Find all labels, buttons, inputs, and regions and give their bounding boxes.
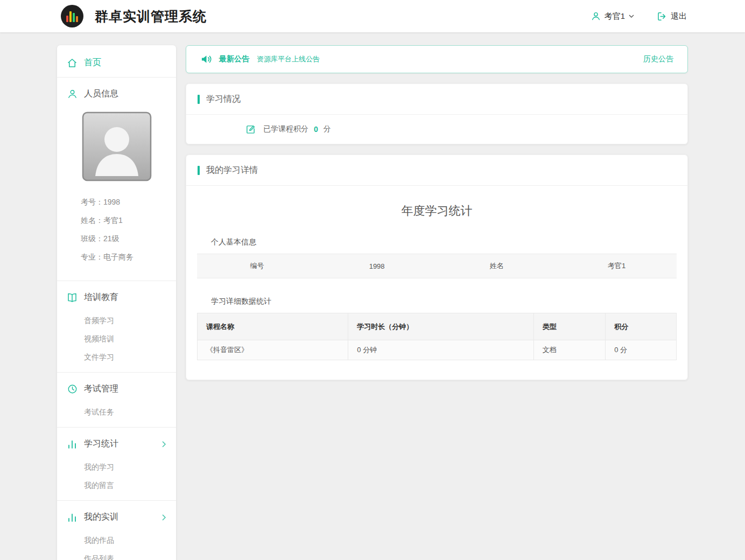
username-label: 考官1: [605, 11, 625, 22]
sidebar-item-works-list[interactable]: 作品列表: [57, 550, 176, 560]
column-header-credit: 积分: [606, 313, 677, 340]
sidebar-item-home[interactable]: 首页: [57, 48, 176, 77]
sidebar-item-label: 首页: [84, 57, 101, 68]
cell-course-name: 《抖音雷区》: [198, 340, 348, 360]
cell-credit: 0 分: [606, 340, 677, 360]
history-announcements-link[interactable]: 历史公告: [643, 54, 673, 64]
speaker-icon: [200, 54, 213, 65]
main-content: 最新公告 资源库平台上线公告 历史公告 学习情况 已学课程积分 0 分: [186, 45, 688, 560]
study-detail-card: 我的学习详情 年度学习统计 个人基本信息 编号 1998 姓名 考官1 学习详细…: [186, 155, 688, 380]
title-marker: [198, 95, 200, 104]
info-name-label: 姓名: [437, 261, 557, 271]
annual-stats-title: 年度学习统计: [197, 203, 677, 219]
profile-name: 姓名：考官1: [81, 212, 166, 230]
table-header-row: 课程名称 学习时长（分钟） 类型 积分: [198, 313, 677, 340]
sidebar-item-training[interactable]: 培训教育: [57, 283, 176, 312]
credit-label: 已学课程积分: [263, 124, 308, 134]
person-icon: [67, 89, 78, 100]
home-icon: [67, 58, 78, 68]
study-detail-title: 我的学习详情: [206, 165, 258, 176]
user-icon: [591, 11, 601, 21]
cell-type: 文档: [533, 340, 606, 360]
sidebar-item-exam-management[interactable]: 考试管理: [57, 375, 176, 403]
study-status-title: 学习情况: [206, 94, 241, 105]
profile-info: 考号：1998 姓名：考官1 班级：21级 专业：电子商务: [57, 189, 176, 275]
sidebar-item-study-stats[interactable]: 学习统计: [57, 430, 176, 458]
latest-announcement-label: 最新公告: [219, 54, 249, 64]
bar-chart-icon: [67, 439, 78, 450]
profile-exam-no: 考号：1998: [81, 193, 166, 212]
sidebar-item-my-study[interactable]: 我的学习: [57, 458, 176, 477]
profile-class: 班级：21级: [81, 230, 166, 248]
sidebar-item-my-works[interactable]: 我的作品: [57, 531, 176, 550]
user-menu[interactable]: 考官1: [591, 11, 634, 22]
sidebar-item-file-study[interactable]: 文件学习: [57, 348, 176, 367]
sidebar-item-label: 人员信息: [84, 88, 118, 100]
announcement-link[interactable]: 资源库平台上线公告: [257, 54, 320, 64]
column-header-type: 类型: [533, 313, 606, 340]
detail-stats-label: 学习详细数据统计: [211, 297, 677, 306]
sidebar-item-my-messages[interactable]: 我的留言: [57, 477, 176, 495]
sidebar-item-label: 学习统计: [84, 438, 118, 450]
logout-button[interactable]: 退出: [657, 11, 687, 22]
basic-info-label: 个人基本信息: [211, 237, 677, 247]
profile-major: 专业：电子商务: [81, 248, 166, 267]
sidebar-item-personnel[interactable]: 人员信息: [57, 80, 176, 108]
table-row: 《抖音雷区》 0 分钟 文档 0 分: [198, 340, 677, 360]
sidebar-item-exam-task[interactable]: 考试任务: [57, 403, 176, 422]
logout-icon: [657, 11, 667, 22]
sidebar: 首页 人员信息: [57, 45, 176, 560]
app-logo-icon: [60, 4, 84, 28]
study-status-card: 学习情况 已学课程积分 0 分: [186, 83, 688, 144]
sidebar-item-video-training[interactable]: 视频培训: [57, 330, 176, 348]
chevron-right-icon: [162, 441, 166, 447]
chevron-right-icon: [162, 514, 166, 521]
sidebar-item-label: 培训教育: [84, 292, 118, 303]
info-id-label: 编号: [197, 261, 317, 271]
info-name-value: 考官1: [557, 261, 677, 271]
avatar: [82, 111, 152, 181]
study-detail-table: 课程名称 学习时长（分钟） 类型 积分 《抖音雷区》 0 分钟 文档 0 分: [197, 313, 677, 360]
basic-info-row: 编号 1998 姓名 考官1: [197, 254, 677, 278]
info-id-value: 1998: [317, 262, 437, 270]
chevron-down-icon: [629, 15, 634, 18]
cell-duration: 0 分钟: [348, 340, 533, 360]
credit-value: 0: [314, 125, 318, 134]
edit-icon: [245, 124, 256, 135]
credit-unit: 分: [324, 124, 331, 134]
announcement-bar: 最新公告 资源库平台上线公告 历史公告: [186, 45, 688, 73]
app-title: 群卓实训管理系统: [95, 8, 207, 25]
column-header-duration: 学习时长（分钟）: [348, 313, 533, 340]
book-icon: [67, 292, 78, 303]
clock-icon: [67, 384, 78, 395]
column-header-course: 课程名称: [198, 313, 348, 340]
sidebar-item-my-practice[interactable]: 我的实训: [57, 503, 176, 531]
app-header: 群卓实训管理系统 考官1 退出: [0, 0, 745, 32]
title-marker: [198, 166, 200, 175]
sidebar-item-label: 考试管理: [84, 383, 118, 395]
sidebar-item-label: 我的实训: [84, 512, 118, 523]
sidebar-item-audio-study[interactable]: 音频学习: [57, 312, 176, 330]
bar-chart-icon: [67, 512, 78, 523]
logout-label: 退出: [671, 11, 687, 22]
